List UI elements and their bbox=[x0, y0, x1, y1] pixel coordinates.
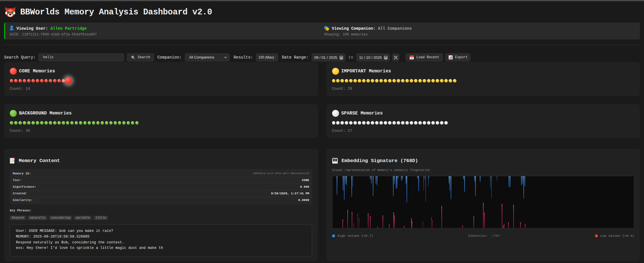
svg-text:17: 17 bbox=[411, 57, 413, 59]
